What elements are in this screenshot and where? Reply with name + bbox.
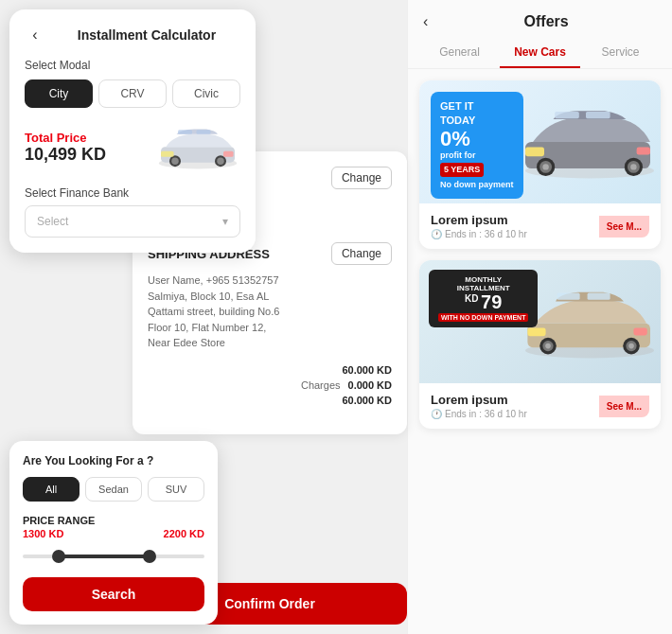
offers-title: Offers — [435, 13, 657, 30]
svg-point-20 — [542, 164, 548, 169]
offer-promo-box-1: GET IT TODAY 0% profit for 5 YEARS No do… — [431, 92, 523, 199]
range-thumb-left[interactable] — [52, 550, 65, 563]
svg-rect-6 — [178, 130, 192, 134]
promo-profit: profit for — [440, 150, 514, 162]
promo-kd-label: KD — [465, 294, 478, 304]
total-price-box: Total Price 10,499 KD — [25, 121, 240, 173]
svg-rect-7 — [197, 130, 211, 134]
price-range-label: PRICE RANGE — [23, 515, 204, 526]
svg-rect-16 — [555, 112, 579, 118]
see-more-btn-1[interactable]: See M... — [599, 216, 649, 238]
right-panel: ‹ Offers General New Cars Service GET IT… — [407, 0, 672, 634]
svg-rect-28 — [557, 293, 580, 300]
svg-rect-13 — [223, 151, 234, 157]
offer-banner-1: GET IT TODAY 0% profit for 5 YEARS No do… — [419, 80, 661, 203]
promo-percent: 0% — [440, 129, 514, 150]
subtotal-row: 60.000 KD — [148, 364, 392, 376]
offer-ends-text-1: Ends in : 36 d 10 hr — [445, 229, 527, 239]
svg-point-11 — [217, 157, 224, 165]
total-row: 60.000 KD — [148, 395, 392, 406]
svg-point-9 — [171, 157, 179, 165]
clock-icon-1: 🕐 — [431, 229, 442, 239]
offer-card-2: MONTHLY INSTALLMENT KD 79 WITH NO DOWN P… — [419, 260, 661, 429]
filter-tab-suv[interactable]: SUV — [148, 477, 204, 502]
filter-tab-all[interactable]: All — [23, 477, 80, 502]
tab-service[interactable]: Service — [580, 38, 661, 68]
range-fill — [59, 555, 150, 558]
search-btn[interactable]: Search — [23, 577, 204, 611]
offer-info-2: Lorem ipsum 🕐 Ends in : 36 d 10 hr See M… — [419, 383, 661, 429]
promo-years: 5 YEARS — [440, 163, 484, 177]
total-value: 60.000 KD — [342, 395, 392, 406]
tab-crv[interactable]: CRV — [98, 79, 167, 108]
promo-monthly: MONTHLY — [438, 275, 528, 284]
total-price-info: Total Price 10,499 KD — [25, 131, 106, 165]
offers-tabs: General New Cars Service — [408, 30, 672, 69]
totals-area: 60.000 KD Charges 0.000 KD 60.000 KD — [148, 364, 392, 406]
filter-card: Are You Looking For a ? All Sedan SUV PR… — [9, 441, 218, 625]
chevron-down-icon: ▾ — [222, 215, 228, 228]
range-slider[interactable] — [23, 547, 204, 566]
payment-change-btn[interactable]: Change — [331, 167, 392, 189]
charges-value: 0.000 KD — [348, 379, 392, 391]
price-min: 1300 KD — [23, 528, 63, 539]
promo-no-down-2: WITH NO DOWN PAYMENT — [438, 313, 528, 322]
svg-rect-12 — [161, 151, 174, 157]
charges-label: Charges — [301, 379, 341, 391]
see-more-btn-2[interactable]: See M... — [599, 396, 649, 417]
promo-no-down-1: No down payment — [440, 179, 514, 191]
offer-name-1: Lorem ipsum — [431, 213, 527, 227]
calc-header: ‹ Installment Calculator — [25, 25, 240, 45]
offer-ends-text-2: Ends in : 36 d 10 hr — [445, 409, 527, 419]
offer-ends-1: 🕐 Ends in : 36 d 10 hr — [431, 229, 527, 239]
offers-list: GET IT TODAY 0% profit for 5 YEARS No do… — [408, 69, 672, 634]
finance-select-text: Select — [37, 215, 68, 228]
offers-header: ‹ Offers — [408, 0, 672, 30]
svg-rect-24 — [525, 148, 544, 157]
calc-back-btn[interactable]: ‹ — [25, 25, 45, 45]
filter-tab-sedan[interactable]: Sedan — [85, 477, 142, 502]
calc-title: Installment Calculator — [53, 27, 240, 43]
left-panel: THOD Change SHIPPING ADDRESS Change User… — [0, 0, 407, 634]
clock-icon-2: 🕐 — [431, 409, 442, 419]
car-image — [155, 121, 240, 173]
svg-rect-37 — [633, 327, 646, 335]
offer-info-1: Lorem ipsum 🕐 Ends in : 36 d 10 hr See M… — [419, 203, 661, 249]
finance-label: Select Finance Bank — [25, 186, 240, 200]
price-range-values: 1300 KD 2200 KD — [23, 528, 204, 539]
calculator-card: ‹ Installment Calculator Select Modal Ci… — [9, 9, 256, 253]
filter-tabs: All Sedan SUV — [23, 477, 204, 502]
svg-point-23 — [630, 164, 636, 169]
offer-ends-2: 🕐 Ends in : 36 d 10 hr — [431, 409, 527, 419]
tab-city[interactable]: City — [25, 79, 93, 108]
charges-row: Charges 0.000 KD — [148, 379, 392, 391]
finance-select-row[interactable]: Select ▾ — [25, 205, 240, 238]
offer-details-1: Lorem ipsum 🕐 Ends in : 36 d 10 hr — [431, 213, 527, 239]
total-price-label: Total Price — [25, 131, 106, 145]
svg-rect-36 — [527, 327, 545, 336]
offer-name-2: Lorem ipsum — [431, 393, 527, 407]
shipping-change-btn[interactable]: Change — [331, 242, 392, 265]
svg-rect-17 — [586, 112, 610, 118]
select-modal-label: Select Modal — [25, 59, 240, 72]
promo-kd-amount: 79 — [481, 292, 502, 311]
svg-rect-25 — [637, 148, 650, 155]
svg-point-35 — [628, 343, 634, 349]
range-thumb-right[interactable] — [143, 550, 156, 563]
modal-tabs: City CRV Civic — [25, 79, 240, 108]
svg-point-32 — [545, 343, 551, 349]
offer-card-1: GET IT TODAY 0% profit for 5 YEARS No do… — [419, 80, 661, 249]
tab-general[interactable]: General — [419, 38, 500, 68]
price-max: 2200 KD — [164, 528, 204, 539]
filter-title: Are You Looking For a ? — [23, 454, 204, 467]
offer-banner-2: MONTHLY INSTALLMENT KD 79 WITH NO DOWN P… — [419, 260, 661, 383]
shipping-address: User Name, +965 51352757 Salmiya, Block … — [148, 273, 392, 351]
svg-rect-29 — [588, 293, 610, 300]
tab-new-cars[interactable]: New Cars — [500, 38, 580, 68]
total-price-value: 10,499 KD — [25, 145, 106, 165]
tab-civic[interactable]: Civic — [172, 79, 240, 108]
offers-back-btn[interactable]: ‹ — [423, 13, 428, 30]
promo-get-it: GET IT — [440, 99, 514, 114]
offer-promo-box-2: MONTHLY INSTALLMENT KD 79 WITH NO DOWN P… — [429, 270, 538, 327]
offer-details-2: Lorem ipsum 🕐 Ends in : 36 d 10 hr — [431, 393, 527, 419]
